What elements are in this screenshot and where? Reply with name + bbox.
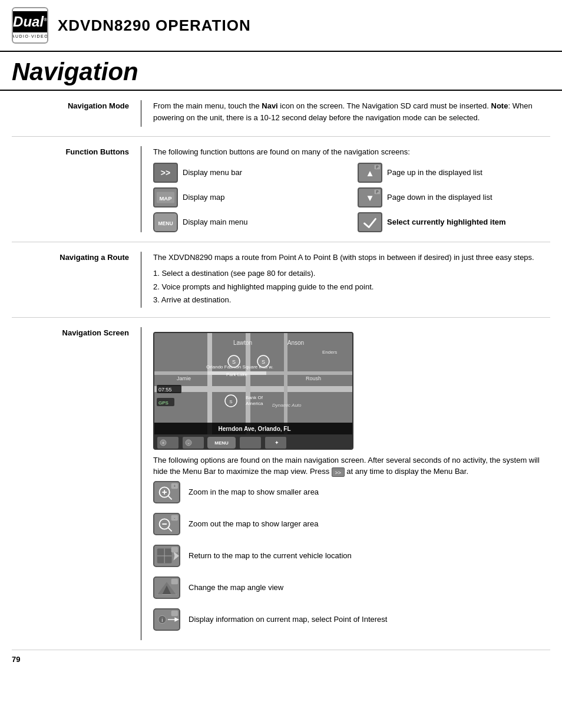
nav-route-text: The XDVDN8290 maps a route from Point A … bbox=[153, 252, 550, 263]
page-number: 79 bbox=[0, 650, 562, 668]
svg-rect-54 bbox=[240, 437, 261, 449]
svg-text:S: S bbox=[232, 359, 236, 365]
brand-name: Dual® bbox=[13, 15, 47, 29]
func-item-map: MAP Display map bbox=[153, 187, 346, 207]
angle-icon bbox=[153, 577, 180, 599]
svg-rect-79 bbox=[171, 578, 178, 584]
map-icon: MAP bbox=[153, 187, 178, 207]
section-nav-screen: Navigation Screen bbox=[12, 318, 550, 650]
section-nav-mode: Navigation Mode From the main menu, touc… bbox=[12, 91, 550, 137]
poi-label: Display information on current map, sele… bbox=[189, 615, 387, 624]
location-icon bbox=[153, 545, 180, 567]
svg-rect-15 bbox=[359, 213, 381, 230]
pagedn-label: Page down in the displayed list bbox=[387, 193, 492, 202]
zoom-out-icon: - bbox=[153, 513, 180, 535]
location-label: Return to the map to the current vehicle… bbox=[189, 551, 352, 560]
option-zoom-out: - Zoom out the map to show larger area bbox=[153, 513, 550, 535]
svg-text:Herndon Ave, Orlando, FL: Herndon Ave, Orlando, FL bbox=[218, 426, 290, 432]
brand-tagline: audio·video bbox=[12, 32, 48, 39]
func-item-pageup: ▲ P Page up in the displayed list bbox=[358, 163, 550, 183]
select-label: Select currently highlighted item bbox=[387, 218, 506, 226]
nav-mode-body: From the main menu, touch the Navi icon … bbox=[153, 100, 550, 127]
route-step-1: 1. Select a destination (see page 80 for… bbox=[153, 268, 550, 279]
svg-text:P: P bbox=[376, 190, 379, 194]
nav-mode-text: From the main menu, touch the Navi icon … bbox=[153, 100, 550, 123]
route-step-2: 2. Voice prompts and highlighted mapping… bbox=[153, 281, 550, 293]
func-buttons-intro: The following function buttons are found… bbox=[153, 146, 550, 158]
logo-container: Dual® audio·video bbox=[12, 7, 48, 44]
func-buttons-grid: >> Display menu bar ▲ P Page up bbox=[153, 163, 550, 232]
svg-rect-75 bbox=[171, 546, 178, 552]
angle-label: Change the map angle view bbox=[189, 583, 283, 592]
nav-screen-body: Lawton Anson Jamie Roush Orlando Fashion… bbox=[153, 327, 550, 640]
svg-text:▲: ▲ bbox=[365, 167, 374, 177]
nav-screen-label: Navigation Screen bbox=[12, 327, 141, 640]
poi-icon: i bbox=[153, 608, 180, 631]
operation-label: OPERATION bbox=[156, 17, 251, 34]
mainmenu-icon: MENU bbox=[153, 212, 178, 232]
svg-text:Bank Of: Bank Of bbox=[246, 395, 263, 400]
model-number: XDVDN8290 bbox=[58, 17, 151, 34]
svg-text:+: + bbox=[173, 484, 176, 488]
pageup-label: Page up in the displayed list bbox=[387, 168, 482, 177]
pageup-icon: ▲ P bbox=[358, 163, 382, 183]
svg-text:P: P bbox=[376, 165, 379, 169]
svg-text:S: S bbox=[262, 359, 265, 365]
svg-text:Lawton: Lawton bbox=[233, 340, 252, 346]
func-item-pagedn: ▼ P Page down in the displayed list bbox=[358, 187, 550, 207]
nav-route-label: Navigating a Route bbox=[12, 252, 141, 308]
svg-rect-17 bbox=[154, 386, 353, 392]
func-buttons-body: The following function buttons are found… bbox=[153, 146, 550, 232]
menubar-label: Display menu bar bbox=[183, 168, 242, 177]
select-icon bbox=[358, 212, 382, 232]
zoom-out-label: Zoom out the map to show larger area bbox=[189, 519, 318, 528]
func-item-mainmenu: MENU Display main menu bbox=[153, 212, 346, 232]
svg-text:-: - bbox=[174, 516, 175, 520]
svg-text:▼: ▼ bbox=[365, 192, 374, 202]
svg-text:>>: >> bbox=[161, 168, 170, 177]
svg-text:GPS: GPS bbox=[158, 400, 168, 406]
svg-text:MAP: MAP bbox=[159, 195, 172, 201]
func-item-menubar: >> Display menu bar bbox=[153, 163, 346, 183]
section-nav-route: Navigating a Route The XDVDN8290 maps a … bbox=[12, 242, 550, 318]
main-content: Navigation Mode From the main menu, touc… bbox=[0, 91, 562, 650]
zoom-in-label: Zoom in the map to show smaller area bbox=[189, 487, 319, 496]
svg-text:Dynamic Auto: Dynamic Auto bbox=[272, 403, 302, 408]
svg-text:i: i bbox=[161, 616, 163, 622]
section-func-buttons: Function Buttons The following function … bbox=[12, 137, 550, 242]
menubar-icon: >> bbox=[153, 163, 178, 183]
nav-options-intro: The following options are found on the m… bbox=[153, 454, 550, 477]
page-title-section: Navigation bbox=[0, 52, 562, 91]
svg-text:07:55: 07:55 bbox=[158, 387, 172, 393]
dual-logo: Dual® audio·video bbox=[12, 7, 48, 44]
nav-mode-label: Navigation Mode bbox=[12, 100, 141, 127]
nav-route-body: The XDVDN8290 maps a route from Point A … bbox=[153, 252, 550, 308]
option-angle: Change the map angle view bbox=[153, 577, 550, 599]
svg-text:-: - bbox=[188, 440, 190, 446]
svg-text:Jamie: Jamie bbox=[177, 375, 191, 381]
svg-text:+: + bbox=[162, 441, 164, 445]
svg-text:✦: ✦ bbox=[275, 440, 279, 446]
svg-rect-85 bbox=[171, 610, 178, 616]
svg-text:Roush: Roush bbox=[306, 375, 321, 381]
page-header: Dual® audio·video XDVDN8290 OPERATION bbox=[0, 0, 562, 52]
route-steps: 1. Select a destination (see page 80 for… bbox=[153, 268, 550, 306]
svg-text:MENU: MENU bbox=[214, 440, 229, 446]
svg-text:Enders: Enders bbox=[322, 350, 337, 355]
mainmenu-label: Display main menu bbox=[183, 218, 248, 226]
svg-text:S: S bbox=[229, 399, 232, 404]
func-buttons-label: Function Buttons bbox=[12, 146, 141, 232]
pagedn-icon: ▼ P bbox=[358, 187, 382, 207]
svg-text:America: America bbox=[246, 401, 263, 406]
svg-text:Park Lake: Park Lake bbox=[226, 372, 248, 377]
map-label: Display map bbox=[183, 193, 225, 202]
page-heading: Navigation bbox=[12, 58, 550, 86]
route-step-3: 3. Arrive at destination. bbox=[153, 294, 550, 306]
svg-text:Anson: Anson bbox=[287, 340, 304, 346]
header-title: XDVDN8290 OPERATION bbox=[58, 17, 251, 34]
option-zoom-in: + Zoom in the map to show smaller area bbox=[153, 481, 550, 503]
func-item-select: Select currently highlighted item bbox=[358, 212, 550, 232]
svg-text:MENU: MENU bbox=[158, 220, 173, 226]
option-location: Return to the map to the current vehicle… bbox=[153, 545, 550, 567]
zoom-in-icon: + bbox=[153, 481, 180, 503]
